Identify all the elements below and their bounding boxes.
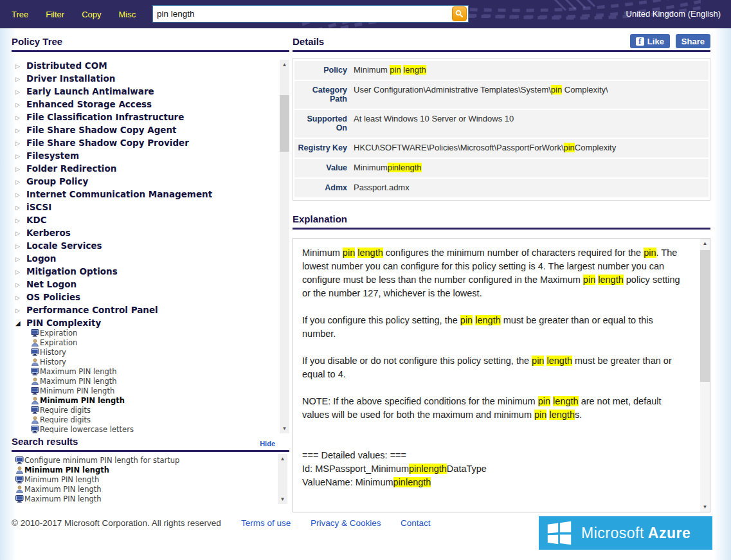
tree-category[interactable]: ▷File Classification Infrastructure (15, 111, 278, 124)
tree-category[interactable]: ▷OS Policies (15, 291, 278, 304)
tree-category-label: File Share Shadow Copy Provider (26, 138, 189, 148)
nav-menu-tree[interactable]: Tree (12, 10, 28, 19)
search-highlight: pinlength (409, 464, 447, 474)
tree-category[interactable]: ▷File Share Shadow Copy Provider (15, 137, 278, 150)
nav-menu-misc[interactable]: Misc (119, 10, 136, 19)
tree-category[interactable]: ▷Logon (15, 253, 278, 266)
explanation-scrollbar[interactable]: ▲ ▼ (700, 239, 710, 512)
tree-category-label: File Classification Infrastructure (26, 112, 184, 122)
search-result-item[interactable]: Maximum PIN length (15, 485, 278, 495)
tree-category[interactable]: ▷File Share Shadow Copy Agent (15, 124, 278, 137)
scroll-down-icon[interactable]: ▼ (700, 502, 710, 512)
tree-category[interactable]: ▷Filesystem (15, 150, 278, 163)
expand-icon[interactable]: ▷ (15, 176, 26, 188)
search-result-item[interactable]: Configure minimum PIN length for startup (15, 456, 278, 466)
language-selector[interactable]: United Kingdom (English) (626, 9, 721, 19)
page: TreeFilterCopyMisc United Kingdom (Engli… (0, 0, 731, 560)
expand-icon[interactable]: ▷ (15, 112, 26, 124)
expand-icon[interactable]: ▷ (15, 163, 26, 176)
expand-icon[interactable]: ▷ (15, 279, 26, 291)
expand-icon[interactable]: ▷ (15, 99, 26, 111)
collapse-icon[interactable]: ◢ (15, 317, 26, 329)
tree-category[interactable]: ▷Early Launch Antimalware (15, 86, 278, 98)
tree-policy-item[interactable]: History (31, 358, 278, 368)
scroll-down-icon[interactable]: ▼ (278, 494, 287, 504)
explanation-panel: Minimum pin length configures the minimu… (293, 238, 710, 512)
tree-policy-item[interactable]: Require digits (31, 416, 278, 426)
expand-icon[interactable]: ▷ (15, 138, 26, 150)
tree-category-label: Kerberos (26, 228, 71, 238)
top-navbar: TreeFilterCopyMisc United Kingdom (Engli… (0, 0, 731, 28)
expand-icon[interactable]: ▷ (15, 228, 26, 240)
tree-policy-item[interactable]: Expiration (31, 339, 278, 348)
tree-category[interactable]: ▷Net Logon (15, 278, 278, 291)
search-result-item[interactable]: Minimum PIN length (15, 476, 278, 485)
hide-link[interactable]: Hide (260, 440, 275, 447)
expand-icon[interactable]: ▷ (15, 266, 26, 278)
search-result-item[interactable]: Minimum PIN length (15, 466, 278, 476)
expand-icon[interactable]: ▷ (15, 125, 26, 137)
search-highlight: pinlength (393, 477, 431, 487)
expand-icon[interactable]: ▷ (15, 202, 26, 214)
tree-category[interactable]: ▷Folder Redirection (15, 163, 278, 176)
search-highlight: pin (390, 65, 401, 75)
tree-category[interactable]: ▷Driver Installation (15, 73, 278, 86)
details-row: AdmxPassport.admx (294, 179, 708, 197)
tree-category[interactable]: ▷Internet Communication Management (15, 188, 278, 201)
footer-link-terms-of-use[interactable]: Terms of use (241, 518, 291, 528)
tree-policy-item[interactable]: Maximum PIN length (31, 368, 278, 377)
results-scrollbar[interactable]: ▲ ▼ (278, 454, 287, 504)
tree-children: ExpirationExpirationHistoryHistoryMaximu… (31, 329, 278, 433)
scrollbar-thumb[interactable] (280, 95, 289, 152)
tree-category[interactable]: ▷Kerberos (15, 227, 278, 240)
footer-link-privacy-cookies[interactable]: Privacy & Cookies (311, 518, 381, 528)
scroll-down-icon[interactable]: ▼ (280, 424, 289, 433)
tree-scrollbar[interactable]: ▲ ▼ (280, 60, 289, 433)
tree-category[interactable]: ▷Group Policy (15, 176, 278, 188)
left-column: Policy Tree ▷Distributed COM▷Driver Inst… (12, 36, 289, 504)
scroll-up-icon[interactable]: ▲ (700, 239, 710, 248)
share-button[interactable]: Share (676, 34, 710, 48)
tree-policy-item[interactable]: Minimum PIN length (31, 387, 278, 397)
expand-icon[interactable]: ▷ (15, 60, 26, 73)
computer-policy-icon (15, 476, 24, 485)
expand-icon[interactable]: ▷ (15, 305, 26, 317)
search-input[interactable] (157, 9, 452, 19)
tree-category[interactable]: ▷Locale Services (15, 240, 278, 253)
nav-menu-filter[interactable]: Filter (46, 10, 64, 19)
scrollbar-thumb[interactable] (700, 250, 710, 382)
expand-icon[interactable]: ▷ (15, 253, 26, 266)
tree-policy-item[interactable]: Expiration (31, 329, 278, 339)
expand-icon[interactable]: ▷ (15, 189, 26, 201)
search-results-list: Configure minimum PIN length for startup… (15, 456, 278, 504)
search-button[interactable] (452, 6, 467, 21)
expand-icon[interactable]: ▷ (15, 292, 26, 304)
scroll-up-icon[interactable]: ▲ (280, 60, 289, 69)
tree-policy-item[interactable]: Maximum PIN length (31, 377, 278, 387)
tree-policy-item[interactable]: Require lowercase letters (31, 426, 278, 433)
facebook-like-button[interactable]: f Like (630, 34, 670, 48)
tree-category[interactable]: ▷KDC (15, 214, 278, 227)
expand-icon[interactable]: ▷ (15, 150, 26, 163)
expand-icon[interactable]: ▷ (15, 86, 26, 98)
tree-policy-item[interactable]: History (31, 348, 278, 358)
tree-category[interactable]: ▷Enhanced Storage Access (15, 98, 278, 111)
search-highlight: pin (534, 410, 546, 420)
expand-icon[interactable]: ▷ (15, 215, 26, 227)
tree-category[interactable]: ▷iSCSI (15, 201, 278, 214)
search-result-item[interactable]: Maximum PIN length (15, 495, 278, 504)
expand-icon[interactable]: ▷ (15, 73, 26, 86)
details-row-label: Admx (294, 183, 354, 192)
computer-policy-icon (31, 406, 40, 416)
tree-policy-item[interactable]: Require digits (31, 406, 278, 416)
tree-category[interactable]: ▷Performance Control Panel (15, 304, 278, 317)
tree-category[interactable]: ▷Mitigation Options (15, 266, 278, 278)
tree-policy-item[interactable]: Minimum PIN length (31, 397, 278, 406)
tree-category[interactable]: ◢PIN Complexity (15, 317, 278, 329)
nav-menu-copy[interactable]: Copy (82, 10, 101, 19)
expand-icon[interactable]: ▷ (15, 240, 26, 253)
footer-link-contact[interactable]: Contact (401, 518, 431, 528)
scroll-up-icon[interactable]: ▲ (278, 454, 287, 464)
tree-policy-label: Minimum PIN length (40, 386, 114, 395)
tree-category[interactable]: ▷Distributed COM (15, 60, 278, 73)
